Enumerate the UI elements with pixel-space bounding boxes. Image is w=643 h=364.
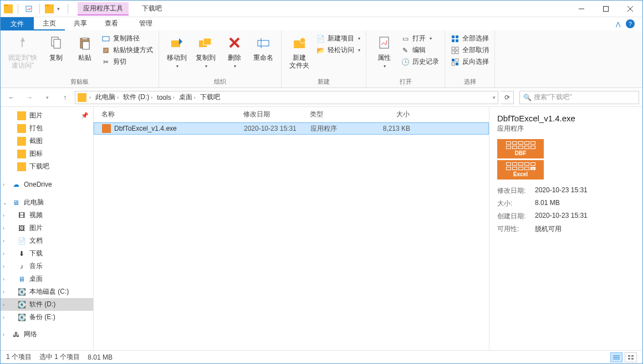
svg-rect-18 [452,35,455,38]
nav-pictures2[interactable]: ›🖼图片 [1,222,93,234]
breadcrumb-dropdown-icon[interactable]: ▾ [493,95,496,100]
tab-file[interactable]: 文件 [1,17,34,30]
nav-pack[interactable]: 打包 [1,122,93,135]
ribbon-tabs: 文件 主页 共享 查看 管理 ⋀ ? [1,17,642,30]
qat-dropdown-icon[interactable]: ▾ [57,6,63,12]
nav-onedrive[interactable]: ›☁OneDrive [1,178,93,191]
close-button[interactable] [618,1,642,17]
delete-button[interactable]: 删除▾ [222,33,247,70]
svg-rect-27 [456,63,458,65]
newfolder-icon [290,34,308,52]
selectall-icon [451,34,460,43]
up-button[interactable]: ↑ [57,90,73,105]
group-organize: 组织 [214,76,226,88]
nav-diske[interactable]: ›💽备份 (E:) [1,311,93,324]
paste-button[interactable]: 粘贴 [73,33,97,63]
crumb-diskd[interactable]: 软件 (D:)› [121,93,154,102]
pictures-icon: 🖼 [17,224,26,233]
col-size[interactable]: 大小 [360,110,415,119]
selectall-button[interactable]: 全部选择 [451,34,489,43]
tab-share[interactable]: 共享 [65,17,96,30]
svg-rect-20 [452,39,455,42]
tab-manage[interactable]: 管理 [127,17,165,30]
cut-button[interactable]: ✂剪切 [101,57,153,66]
qat-properties-icon[interactable] [23,3,34,15]
copyto-button[interactable]: 复制到▾ [193,33,218,70]
pasteshortcut-button[interactable]: 粘贴快捷方式 [101,45,153,55]
col-date[interactable]: 修改日期 [238,110,304,119]
copy-button[interactable]: 复制 [44,33,68,63]
exe-icon [102,124,111,133]
music-icon: ♪ [17,262,26,271]
moveto-button[interactable]: 移动到▾ [165,33,189,70]
ribbon-collapse-icon[interactable]: ⋀ [616,21,620,27]
history-button[interactable]: 🕓历史记录 [401,57,439,66]
nav-diskd[interactable]: ›💽软件 (D:) [1,298,93,311]
nav-screenshot[interactable]: 截图 [1,135,93,147]
breadcrumb-folder-icon [78,93,86,102]
nav-downloads[interactable]: ›⬇下载 [1,247,93,260]
easyaccess-button[interactable]: 📂轻松访问▾ [316,45,360,55]
address-bar: ← → ▾ ↑ › 此电脑› 软件 (D:)› tools› 桌面› 下载吧 ▾… [1,88,642,107]
folder-icon [4,4,13,13]
copypath-button[interactable]: 复制路径 [101,34,153,43]
newfolder-button[interactable]: 新建 文件夹 [287,33,312,70]
contextual-tab-apps[interactable]: 应用程序工具 [78,2,129,16]
file-row[interactable]: DbfToExcel_v1.4.exe 2020-10-23 15:31 应用程… [94,122,489,135]
svg-rect-36 [631,358,634,360]
nav-music[interactable]: ›♪音乐 [1,260,93,273]
crumb-thispc[interactable]: 此电脑› [94,93,120,102]
rename-button[interactable]: 重命名 [251,33,275,63]
nav-desktop[interactable]: ›🖥桌面 [1,273,93,285]
pin-icon [14,34,32,52]
desktop-icon: 🖥 [17,275,26,284]
nav-network[interactable]: ›🖧网络 [1,328,93,341]
svg-rect-24 [452,51,455,54]
crumb-desktop[interactable]: 桌面› [177,93,197,102]
view-large-button[interactable] [625,352,637,362]
disk-icon: 💽 [17,300,26,309]
breadcrumb[interactable]: › 此电脑› 软件 (D:)› tools› 桌面› 下载吧 ▾ [75,91,498,104]
tab-view[interactable]: 查看 [96,17,127,30]
newitem-button[interactable]: 📄新建项目▾ [316,34,360,43]
edit-button[interactable]: ✎编辑 [401,45,439,55]
maximize-button[interactable] [594,1,618,17]
nav-pictures[interactable]: 图片📌 [1,109,93,122]
nav-diskc[interactable]: ›💽本地磁盘 (C:) [1,285,93,298]
copy-icon [47,34,65,52]
thispc-icon: 🖥 [12,198,21,207]
properties-button[interactable]: 属性▾ [372,33,396,70]
svg-rect-8 [103,37,109,41]
minimize-button[interactable] [569,1,594,17]
svg-rect-25 [456,51,458,54]
col-name[interactable]: 名称 [94,110,238,119]
refresh-button[interactable]: ⟳ [501,91,514,104]
copyto-icon [197,34,215,52]
view-details-button[interactable] [610,352,622,362]
forward-button[interactable]: → [22,90,37,105]
nav-icons[interactable]: 图标 [1,147,93,160]
qat-newfolder-icon[interactable] [45,4,54,13]
open-icon: ▭ [401,34,410,43]
back-button[interactable]: ← [4,90,19,105]
pin-button[interactable]: 固定到"快 速访问" [6,33,39,70]
crumb-tools[interactable]: tools› [155,94,176,101]
tab-home[interactable]: 主页 [34,17,65,30]
selectnone-button[interactable]: 全部取消 [451,45,489,55]
recent-button[interactable]: ▾ [39,90,55,105]
crumb-current[interactable]: 下载吧 [198,93,222,102]
search-input[interactable]: 🔍搜索"下载吧" [519,91,639,104]
col-type[interactable]: 类型 [304,110,360,119]
disk-icon: 💽 [17,313,26,322]
nav-download[interactable]: 下载吧 [1,160,93,173]
invert-button[interactable]: 反向选择 [451,57,489,66]
svg-rect-21 [456,39,458,42]
help-icon[interactable]: ? [626,19,635,28]
nav-thispc[interactable]: ⌄🖥此电脑 [1,196,93,209]
paste-icon [76,34,94,52]
svg-rect-33 [628,355,630,357]
nav-video[interactable]: ›🎞视频 [1,209,93,222]
nav-docs[interactable]: ›📄文档 [1,234,93,247]
open-button[interactable]: ▭打开▾ [401,34,439,43]
ribbon: 固定到"快 速访问" 复制 粘贴 复制路径 粘贴快捷方式 ✂剪切 剪贴板 移动到… [1,30,642,88]
